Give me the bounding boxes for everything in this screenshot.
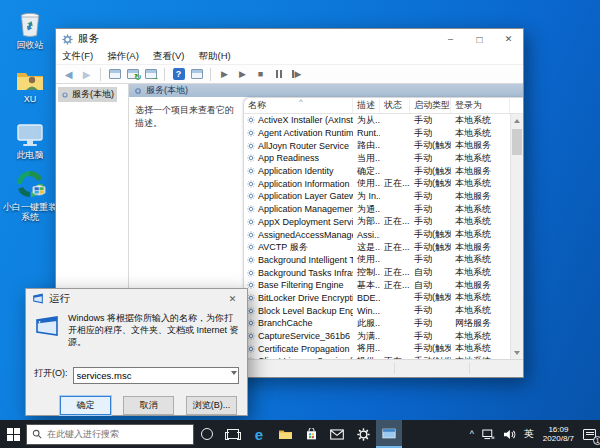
start-button[interactable] <box>0 420 26 448</box>
desktop-icon-this-pc[interactable]: 此电脑 <box>3 116 57 160</box>
microsoft-store-button[interactable] <box>298 420 324 448</box>
ime-indicator[interactable]: 英 <box>520 420 538 448</box>
start-service-icon[interactable]: ▶ <box>217 67 232 82</box>
table-row[interactable]: AssignedAccessManager... Assi... 手动(触发..… <box>244 228 510 241</box>
cell-startup-type: 手动(触发... <box>410 241 451 254</box>
table-row[interactable]: CaptureService_361b6 为满... 手动 本地系统 <box>244 330 510 343</box>
cell-logon-as: 本地服务 <box>451 165 510 178</box>
settings-button[interactable] <box>350 420 376 448</box>
search-input[interactable] <box>47 429 167 439</box>
cell-description: Win... <box>353 306 380 316</box>
table-row[interactable]: Background Intelligent T... 使用... 手动 本地系… <box>244 254 510 267</box>
cortana-button[interactable] <box>194 420 220 448</box>
show-action-pane-icon[interactable] <box>189 67 204 82</box>
help-icon[interactable]: ? <box>171 67 186 82</box>
service-gear-icon <box>247 180 255 188</box>
cell-startup-type: 手动(触发... <box>410 291 451 304</box>
table-row[interactable]: Application Layer Gatewa... 为 In... 手动 本… <box>244 190 510 203</box>
run-app-icon <box>32 293 44 304</box>
tray-chevron-icon[interactable]: ^ <box>466 420 478 448</box>
stop-service-icon[interactable]: ■ <box>253 67 268 82</box>
menu-file[interactable]: 文件(F) <box>62 50 93 63</box>
edge-button[interactable]: e <box>246 420 272 448</box>
table-row[interactable]: AVCTP 服务 这是... 正在... 手动(触发... 本地服务 <box>244 241 510 254</box>
close-icon[interactable]: ✕ <box>494 29 523 49</box>
network-icon[interactable] <box>478 420 499 448</box>
mail-button[interactable] <box>324 420 350 448</box>
tree-item-services-local[interactable]: 服务(本地) <box>58 87 117 102</box>
taskbar-search[interactable] <box>26 424 194 445</box>
minimize-icon[interactable]: – <box>436 29 465 49</box>
cell-logon-as: 本地系统 <box>451 215 510 228</box>
show-console-tree-icon[interactable] <box>107 67 122 82</box>
monitor-icon <box>3 116 57 148</box>
desktop-icon-recycle-bin[interactable]: 回收站 <box>3 6 57 50</box>
desktop-icon-label: 小白一键重装系统 <box>3 202 57 222</box>
action-center-button[interactable]: 1 <box>579 420 600 448</box>
table-row[interactable]: Agent Activation Runtime... Runt... 手动 本… <box>244 127 510 140</box>
table-row[interactable]: Application Information 使用... 正在... 手动(触… <box>244 177 510 190</box>
cancel-button[interactable]: 取消 <box>123 396 174 415</box>
volume-icon[interactable] <box>499 420 520 448</box>
close-icon[interactable]: ✕ <box>218 289 247 308</box>
service-gear-icon <box>247 345 255 353</box>
scroll-down-icon[interactable] <box>511 346 523 359</box>
forward-icon[interactable]: ▶ <box>79 67 94 82</box>
task-view-button[interactable] <box>220 420 246 448</box>
menu-help[interactable]: 帮助(H) <box>198 50 230 63</box>
services-titlebar[interactable]: 服务 – □ ✕ <box>56 29 523 49</box>
back-icon[interactable]: ◀ <box>61 67 76 82</box>
file-explorer-button[interactable] <box>272 420 298 448</box>
scroll-up-icon[interactable] <box>511 114 523 127</box>
combobox-dropdown-icon[interactable] <box>231 371 237 375</box>
column-header-description[interactable]: 描述 <box>353 98 380 113</box>
ok-button[interactable]: 确定 <box>60 396 111 415</box>
cell-description: 使用... <box>353 253 380 266</box>
table-row[interactable]: App Readiness 当用... 手动 本地系统 <box>244 152 510 165</box>
maximize-icon[interactable]: □ <box>465 29 494 49</box>
refresh-icon[interactable]: ↻ <box>125 67 140 82</box>
service-gear-icon <box>247 281 255 289</box>
open-input[interactable] <box>73 367 240 384</box>
service-gear-icon <box>247 142 255 150</box>
cell-logon-as: 本地系统 <box>451 291 510 304</box>
browse-button[interactable]: 浏览(B)... <box>186 396 237 415</box>
restart-service-icon[interactable]: ▶ <box>289 67 304 82</box>
table-row[interactable]: Application Identity 确定... 手动(触发... 本地服务 <box>244 165 510 178</box>
service-gear-icon <box>247 243 255 251</box>
menu-view[interactable]: 查看(V) <box>153 50 185 63</box>
column-header-startup-type[interactable]: 启动类型 <box>410 98 451 113</box>
cortana-icon <box>201 428 213 440</box>
table-row[interactable]: ActiveX Installer (AxInstSV) 为从... 手动 本地… <box>244 114 510 127</box>
cell-description: Assi... <box>353 230 380 240</box>
table-row[interactable]: Background Tasks Infras... 控制... 正在... 自… <box>244 266 510 279</box>
tray-clock[interactable]: 16:09 2020/8/7 <box>538 420 579 448</box>
table-row[interactable]: Block Level Backup Engi... Win... 手动 本地系… <box>244 304 510 317</box>
menu-action[interactable]: 操作(A) <box>107 50 139 63</box>
taskbar-services-window-button[interactable] <box>376 420 402 448</box>
services-node-icon <box>134 87 142 95</box>
cell-startup-type: 手动 <box>410 304 451 317</box>
cell-description: 为通... <box>353 203 380 216</box>
table-row[interactable]: BranchCache 此服... 手动 网络服务 <box>244 317 510 330</box>
table-row[interactable]: Application Management 为通... 手动 本地系统 <box>244 203 510 216</box>
resume-service-icon[interactable]: ▶ <box>235 67 250 82</box>
toolbar: ◀ ▶ ↻ → ? ▶ ▶ ■ ▶ <box>56 65 523 84</box>
table-row[interactable]: Base Filtering Engine 基本... 正在... 自动 本地服… <box>244 279 510 292</box>
pause-service-icon[interactable] <box>271 67 286 82</box>
table-row[interactable]: AppX Deployment Servic... 为部... 正在... 手动… <box>244 216 510 229</box>
desktop-icon-xiaobai-reinstall[interactable]: 小白一键重装系统 <box>3 168 57 222</box>
column-header-status[interactable]: 状态 <box>380 98 410 113</box>
cell-description: 确定... <box>353 165 380 178</box>
run-titlebar[interactable]: 运行 ✕ <box>26 289 247 308</box>
desktop-icon-user-folder[interactable]: XU <box>3 60 57 104</box>
service-gear-icon <box>247 116 255 124</box>
table-row[interactable]: AllJoyn Router Service 路由... 手动(触发... 本地… <box>244 139 510 152</box>
table-row[interactable]: Certificate Propagation 将用... 手动(触发... 本… <box>244 342 510 355</box>
export-list-icon[interactable]: → <box>143 67 158 82</box>
vertical-scrollbar[interactable] <box>510 114 523 359</box>
table-row[interactable]: BitLocker Drive Encryptio... BDE... 手动(触… <box>244 292 510 305</box>
scrollbar-thumb[interactable] <box>512 129 522 155</box>
column-header-logon-as[interactable]: 登录为 <box>451 98 510 113</box>
open-combobox[interactable] <box>73 365 240 382</box>
